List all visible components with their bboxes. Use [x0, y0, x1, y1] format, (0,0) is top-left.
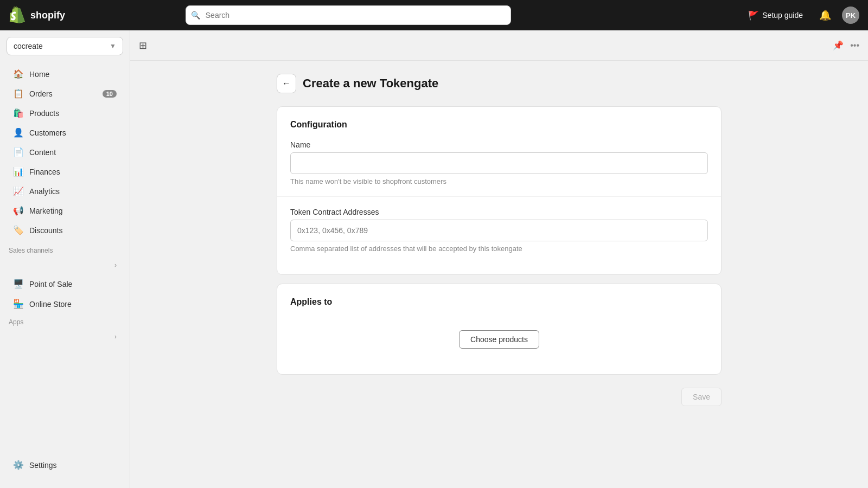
applies-to-card: Applies to Choose products — [277, 284, 722, 375]
nav-section-main: 🏠 Home 📋 Orders 10 🛍️ Products 👤 Custome… — [0, 62, 130, 242]
finances-icon: 📊 — [13, 166, 24, 177]
sidebar-item-products[interactable]: 🛍️ Products — [4, 104, 125, 123]
back-button[interactable]: ← — [277, 74, 296, 93]
sidebar-item-settings[interactable]: ⚙️ Settings — [4, 455, 125, 474]
chevron-down-icon: ▼ — [110, 42, 116, 50]
search-input[interactable] — [186, 5, 511, 25]
sidebar-item-discounts[interactable]: 🏷️ Discounts — [4, 221, 125, 240]
applies-to-title: Applies to — [290, 297, 708, 307]
page-title: Create a new Tokengate — [303, 76, 438, 91]
sidebar-item-sales-channels-expand[interactable]: › — [4, 257, 125, 273]
setup-guide-label: Setup guide — [762, 11, 803, 20]
settings-icon: ⚙️ — [13, 460, 24, 470]
name-form-group: Name This name won't be visible to shopf… — [290, 140, 708, 185]
store-selector[interactable]: cocreate ▼ — [7, 37, 123, 55]
token-hint: Comma separated list of addresses that w… — [290, 245, 708, 253]
sidebar-item-finances[interactable]: 📊 Finances — [4, 162, 125, 181]
customers-icon: 👤 — [13, 127, 24, 138]
sidebar-item-label: Customers — [29, 129, 66, 137]
avatar-initials: PK — [846, 11, 856, 20]
page-footer: Save — [277, 383, 722, 410]
name-hint: This name won't be visible to shopfront … — [290, 177, 708, 185]
flag-icon: 🚩 — [748, 10, 759, 21]
home-icon: 🏠 — [13, 69, 24, 79]
sidebar-item-label: Online Store — [29, 300, 72, 309]
sidebar-item-label: Analytics — [29, 187, 60, 196]
sidebar-item-label: Point of Sale — [29, 280, 72, 288]
setup-guide-button[interactable]: 🚩 Setup guide — [743, 7, 808, 24]
back-arrow-icon: ← — [282, 79, 291, 88]
sidebar-item-point-of-sale[interactable]: 🖥️ Point of Sale — [4, 274, 125, 293]
search-icon: 🔍 — [191, 11, 200, 20]
sidebar-item-label: Content — [29, 148, 56, 157]
discounts-icon: 🏷️ — [13, 225, 24, 235]
applies-to-content: Choose products — [290, 318, 708, 361]
store-name: cocreate — [14, 42, 43, 50]
apps-label: Apps — [0, 314, 130, 328]
topbar: shopify 🔍 🚩 Setup guide 🔔 PK — [0, 0, 868, 30]
sidebar-item-online-store[interactable]: 🏪 Online Store — [4, 294, 125, 313]
analytics-icon: 📈 — [13, 186, 24, 196]
sidebar-item-label: Discounts — [29, 226, 62, 235]
content-toolbar: ⊞ 📌 ••• — [130, 30, 868, 61]
sidebar-bottom: ⚙️ Settings — [0, 451, 130, 479]
grid-view-icon[interactable]: ⊞ — [139, 40, 147, 52]
sidebar-item-label: Settings — [29, 461, 57, 470]
configuration-card: Configuration Name This name won't be vi… — [277, 106, 722, 275]
sidebar-item-content[interactable]: 📄 Content — [4, 143, 125, 162]
orders-badge: 10 — [103, 90, 117, 98]
choose-products-button[interactable]: Choose products — [459, 330, 539, 349]
shopify-logo[interactable]: shopify — [9, 7, 65, 24]
name-input[interactable] — [290, 152, 708, 174]
token-input[interactable] — [290, 220, 708, 241]
sidebar: cocreate ▼ 🏠 Home 📋 Orders 10 🛍️ Product… — [0, 30, 130, 488]
sidebar-item-home[interactable]: 🏠 Home — [4, 65, 125, 84]
token-label: Token Contract Addresses — [290, 208, 708, 216]
content-area: ⊞ 📌 ••• ← Create a new Tokengate Configu… — [130, 30, 868, 488]
sidebar-item-label: Marketing — [29, 207, 62, 215]
chevron-right-icon: › — [114, 261, 117, 269]
token-form-group: Token Contract Addresses Comma separated… — [290, 208, 708, 253]
sidebar-item-label: Home — [29, 70, 49, 79]
name-label: Name — [290, 140, 708, 149]
sales-channels-label: Sales channels — [0, 242, 130, 256]
more-options-icon[interactable]: ••• — [850, 41, 859, 50]
products-icon: 🛍️ — [13, 108, 24, 118]
marketing-icon: 📢 — [13, 206, 24, 216]
online-store-icon: 🏪 — [13, 299, 24, 309]
pin-icon[interactable]: 📌 — [833, 40, 844, 50]
main-layout: cocreate ▼ 🏠 Home 📋 Orders 10 🛍️ Product… — [0, 30, 868, 488]
save-label: Save — [693, 393, 710, 401]
page-header: ← Create a new Tokengate — [277, 74, 722, 93]
sidebar-item-marketing[interactable]: 📢 Marketing — [4, 201, 125, 220]
sidebar-item-label: Finances — [29, 168, 60, 176]
content-icon: 📄 — [13, 147, 24, 157]
notification-bell-icon[interactable]: 🔔 — [817, 7, 833, 23]
logo-text: shopify — [30, 10, 65, 21]
configuration-title: Configuration — [290, 120, 708, 130]
avatar[interactable]: PK — [842, 7, 859, 24]
point-of-sale-icon: 🖥️ — [13, 279, 24, 289]
sidebar-item-orders[interactable]: 📋 Orders 10 — [4, 84, 125, 103]
topbar-right: 🚩 Setup guide 🔔 PK — [743, 7, 859, 24]
save-button[interactable]: Save — [681, 388, 722, 406]
toolbar-right: 📌 ••• — [833, 40, 859, 50]
sidebar-item-label: Products — [29, 109, 59, 118]
page-content: ← Create a new Tokengate Configuration N… — [255, 61, 743, 423]
chevron-right-apps-icon: › — [114, 333, 117, 341]
search-bar: 🔍 — [186, 5, 511, 25]
sidebar-item-label: Orders — [29, 89, 53, 98]
sidebar-item-customers[interactable]: 👤 Customers — [4, 123, 125, 142]
orders-icon: 📋 — [13, 88, 24, 99]
sidebar-item-analytics[interactable]: 📈 Analytics — [4, 182, 125, 201]
choose-products-label: Choose products — [470, 335, 528, 344]
sidebar-item-apps-expand[interactable]: › — [4, 329, 125, 345]
card-divider — [277, 196, 721, 197]
